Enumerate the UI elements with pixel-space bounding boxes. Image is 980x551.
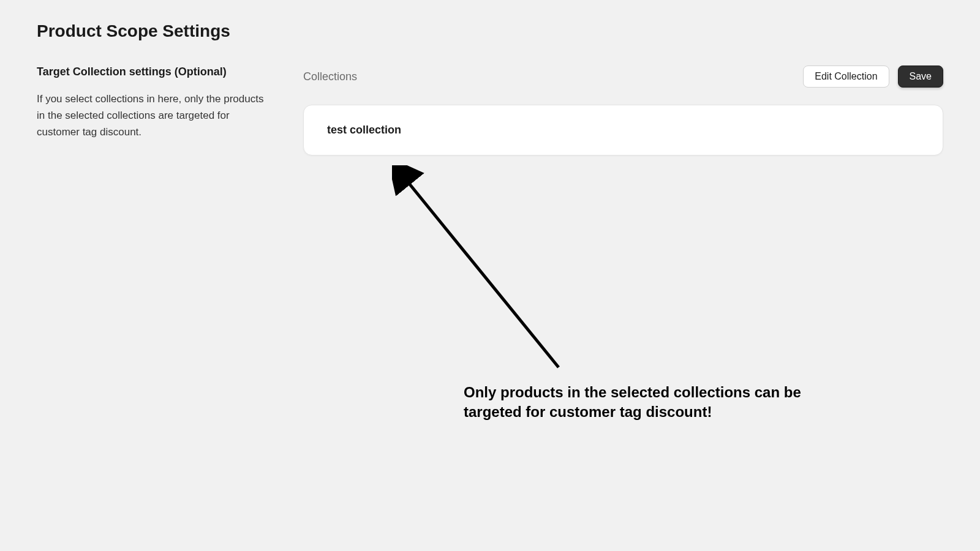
page-title: Product Scope Settings [37,21,943,41]
annotation-text: Only products in the selected collection… [464,383,831,422]
help-text: If you select collections in here, only … [37,91,270,141]
collection-name: test collection [327,124,919,137]
content-row: Target Collection settings (Optional) If… [37,66,943,156]
collections-column: Collections Edit Collection Save test co… [303,66,943,156]
collections-label: Collections [303,70,357,83]
collections-header: Collections Edit Collection Save [303,66,943,88]
button-group: Edit Collection Save [803,66,943,88]
collection-card: test collection [303,105,943,156]
svg-line-1 [404,178,559,367]
save-button[interactable]: Save [898,66,943,88]
annotation-arrow-icon [392,165,576,380]
settings-description-column: Target Collection settings (Optional) If… [37,66,270,156]
edit-collection-button[interactable]: Edit Collection [803,66,889,88]
section-subtitle: Target Collection settings (Optional) [37,66,270,78]
